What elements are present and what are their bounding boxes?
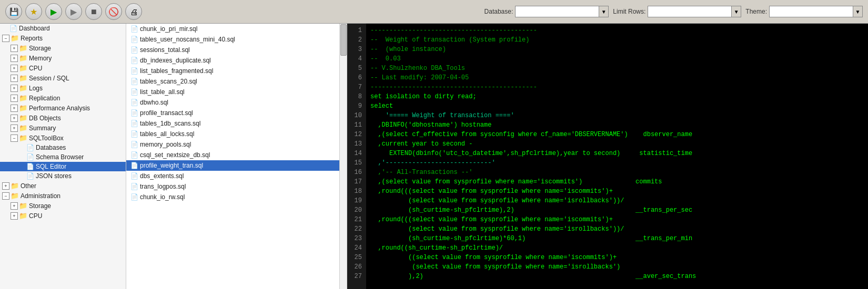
file-item[interactable]: 📄profile_weight_tran.sql — [126, 160, 339, 171]
sidebar-label-replication: Replication — [29, 95, 60, 102]
sidebar-item-db-objects[interactable]: +📁DB Objects — [0, 113, 126, 123]
file-item[interactable]: 📄tables_all_locks.sql — [126, 129, 339, 139]
sidebar-item-sqltoolbox[interactable]: −📁SQLToolBox — [0, 133, 126, 143]
run2-button[interactable]: ▶ — [65, 3, 82, 20]
code-line: (select value from sysprofile where name… — [370, 196, 864, 205]
line-number: 18 — [351, 187, 362, 196]
folder-icon-replication: 📁 — [19, 94, 27, 102]
file-icon: 📄 — [130, 109, 138, 117]
expand-btn-summary[interactable]: + — [11, 125, 18, 132]
code-line: ((select value from sysprofile where nam… — [370, 253, 864, 262]
expand-btn-admin-storage[interactable]: + — [11, 202, 18, 210]
limit-label: Limit Rows: — [613, 8, 645, 15]
expand-btn-performance-analysis[interactable]: + — [11, 105, 18, 112]
file-icon: 📄 — [130, 67, 138, 75]
sidebar-item-session-sql[interactable]: +📁Session / SQL — [0, 73, 126, 83]
sidebar-item-sql-editor[interactable]: 📄SQL Editor — [0, 162, 126, 171]
main-area: 📄Dashboard−📁Reports+📁Storage+📁Memory+📁CP… — [0, 24, 868, 289]
file-item[interactable]: 📄dbwho.sql — [126, 97, 339, 108]
sidebar-item-cpu[interactable]: +📁CPU — [0, 63, 126, 73]
expand-btn-admin-cpu[interactable]: + — [11, 212, 18, 220]
folder-icon-sqltoolbox: 📁 — [19, 134, 27, 142]
sidebar-label-summary: Summary — [29, 125, 56, 132]
expand-btn-databases[interactable] — [19, 144, 26, 151]
sidebar-label-performance-analysis: Performance Analysis — [29, 105, 90, 112]
file-item[interactable]: 📄tables_scans_20.sql — [126, 76, 339, 87]
line-number: 13 — [351, 139, 362, 149]
limit-field: Limit Rows: 100 ▼ — [613, 6, 741, 17]
theme-label: Theme: — [745, 8, 767, 15]
file-item[interactable]: 📄chunk_io_pri_mir.sql — [126, 24, 339, 34]
sidebar-item-memory[interactable]: +📁Memory — [0, 53, 126, 63]
file-item[interactable]: 📄db_indexes_duplicate.sql — [126, 55, 339, 66]
file-item[interactable]: 📄tables_user_noscans_mini_40.sql — [126, 34, 339, 45]
sidebar-item-summary[interactable]: +📁Summary — [0, 123, 126, 133]
sidebar-item-performance-analysis[interactable]: +📁Performance Analysis — [0, 103, 126, 113]
expand-btn-cpu[interactable]: + — [11, 65, 18, 72]
favorite-button[interactable]: ★ — [25, 3, 42, 20]
file-item[interactable]: 📄list_table_all.sql — [126, 87, 339, 97]
expand-btn-json-stores[interactable] — [19, 172, 26, 180]
expand-btn-dashboard[interactable] — [2, 25, 9, 32]
folder-icon-db-objects: 📁 — [19, 114, 27, 122]
file-list-thumb — [340, 24, 347, 56]
database-dropdown-btn[interactable]: ▼ — [599, 6, 609, 17]
sidebar-item-admin-storage[interactable]: +📁Storage — [0, 201, 126, 211]
sidebar-item-dashboard[interactable]: 📄Dashboard — [0, 24, 126, 33]
sidebar-item-replication[interactable]: +📁Replication — [0, 93, 126, 103]
file-icon: 📄 — [130, 120, 138, 127]
cancel-button[interactable]: 🚫 — [105, 3, 122, 20]
file-item[interactable]: 📄chunk_io_rw.sql — [126, 192, 339, 202]
sidebar-item-schema-browser[interactable]: 📄Schema Browser — [0, 152, 126, 162]
run-button[interactable]: ▶ — [45, 3, 62, 20]
file-list-scroll[interactable]: 📄chunk_io_pri_mir.sql📄tables_user_noscan… — [126, 24, 347, 289]
expand-btn-db-objects[interactable]: + — [11, 115, 18, 122]
sidebar-item-storage[interactable]: +📁Storage — [0, 43, 126, 53]
expand-btn-logs[interactable]: + — [11, 85, 18, 92]
theme-dropdown-btn[interactable]: ▼ — [853, 6, 863, 17]
file-item[interactable]: 📄memory_pools.sql — [126, 139, 339, 150]
code-editor[interactable]: 1234567891011121314151617181920212223242… — [347, 24, 868, 289]
file-item[interactable]: 📄list_tables_fragmented.sql — [126, 66, 339, 76]
limit-dropdown-btn[interactable]: ▼ — [732, 6, 741, 17]
sidebar-item-admin-cpu[interactable]: +📁CPU — [0, 211, 126, 221]
database-input[interactable]: sysmaster — [515, 6, 599, 17]
file-item[interactable]: 📄dbs_extents.sql — [126, 171, 339, 181]
expand-btn-reports[interactable]: − — [2, 35, 9, 42]
sidebar-item-logs[interactable]: +📁Logs — [0, 83, 126, 93]
limit-input[interactable]: 100 — [648, 6, 732, 17]
expand-btn-other[interactable]: + — [2, 182, 9, 190]
file-list-scrollbar[interactable] — [339, 24, 347, 289]
file-item[interactable]: 📄tables_1db_scans.sql — [126, 118, 339, 129]
expand-btn-memory[interactable]: + — [11, 55, 18, 62]
file-item[interactable]: 📄csql_set_nextsize_db.sql — [126, 150, 339, 160]
file-item[interactable]: 📄sessions_total.sql — [126, 45, 339, 55]
expand-btn-schema-browser[interactable] — [19, 153, 26, 161]
sidebar-item-databases[interactable]: 📄Databases — [0, 143, 126, 152]
file-icon: 📄 — [130, 78, 138, 85]
code-line: (select value from sysprofile where name… — [370, 262, 864, 272]
expand-btn-sqltoolbox[interactable]: − — [11, 135, 18, 142]
file-item-label: list_table_all.sql — [140, 88, 185, 96]
sidebar-label-cpu: CPU — [29, 65, 42, 72]
sidebar-label-json-stores: JSON stores — [36, 172, 72, 180]
sidebar-item-reports[interactable]: −📁Reports — [0, 33, 126, 43]
expand-btn-storage[interactable]: + — [11, 45, 18, 52]
print-button[interactable]: 🖨 — [125, 3, 142, 20]
save-button[interactable]: 💾 — [5, 3, 22, 20]
sidebar-tree: 📄Dashboard−📁Reports+📁Storage+📁Memory+📁CP… — [0, 24, 126, 221]
expand-btn-sql-editor[interactable] — [19, 163, 26, 170]
sidebar-item-other[interactable]: +📁Other — [0, 181, 126, 191]
sidebar-item-administration[interactable]: −📁Administration — [0, 191, 126, 201]
expand-btn-administration[interactable]: − — [2, 192, 9, 200]
sidebar-item-json-stores[interactable]: 📄JSON stores — [0, 171, 126, 181]
theme-input[interactable]: the-matrix — [769, 6, 853, 17]
expand-btn-replication[interactable]: + — [11, 95, 18, 102]
stop-button[interactable]: ⏹ — [85, 3, 102, 20]
file-item[interactable]: 📄profile_transact.sql — [126, 108, 339, 118]
expand-btn-session-sql[interactable]: + — [11, 75, 18, 82]
file-list-panel: 📄chunk_io_pri_mir.sql📄tables_user_noscan… — [126, 24, 347, 289]
line-number: 8 — [351, 92, 362, 101]
file-item[interactable]: 📄trans_logpos.sql — [126, 181, 339, 192]
code-line: ,round(((select value from sysprofile wh… — [370, 187, 864, 196]
